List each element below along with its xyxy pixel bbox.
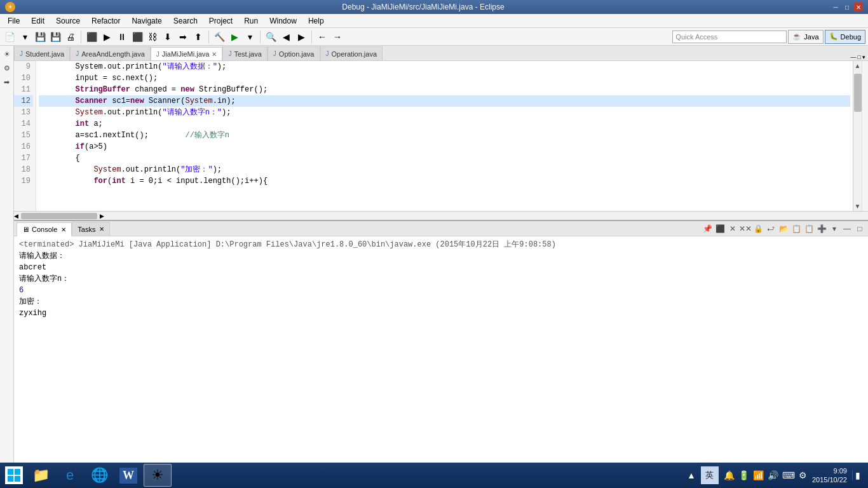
tray-icon-1[interactable]: 🔔 bbox=[724, 470, 735, 480]
close-button[interactable]: ✕ bbox=[854, 3, 863, 11]
show-desktop-btn[interactable]: ▮ bbox=[852, 470, 860, 480]
vertical-scrollbar[interactable]: ▲ ▼ bbox=[853, 61, 862, 211]
editor-maximize-btn[interactable]: □ bbox=[858, 54, 861, 60]
scroll-lock-btn[interactable]: 🔒 bbox=[752, 223, 764, 234]
tray-battery[interactable]: 🔋 bbox=[738, 470, 749, 480]
taskbar-eclipse[interactable]: ☀ bbox=[144, 464, 172, 487]
system-clock[interactable]: 9:09 2015/10/22 bbox=[812, 466, 847, 485]
menu-source[interactable]: Source bbox=[51, 15, 85, 27]
sidebar-icon-3[interactable]: ➡ bbox=[1, 76, 13, 88]
h-scroll-right-btn[interactable]: ▶ bbox=[100, 213, 104, 219]
back-button[interactable]: ← bbox=[315, 30, 329, 44]
start-button[interactable] bbox=[3, 464, 25, 487]
search-button[interactable]: 🔍 bbox=[264, 30, 278, 44]
maximize-button[interactable]: □ bbox=[843, 3, 851, 11]
prev-button[interactable]: ◀ bbox=[279, 30, 293, 44]
minimize-button[interactable]: ─ bbox=[831, 3, 840, 11]
tab-console[interactable]: 🖥 Console ✕ bbox=[17, 222, 72, 236]
new-button[interactable]: 📄 bbox=[3, 30, 17, 44]
line-numbers: 9 10 11 ▶12 13 14 15 16 17 18 19 bbox=[14, 61, 36, 211]
menu-file[interactable]: File bbox=[3, 15, 25, 27]
taskbar-file-explorer[interactable]: 📁 bbox=[27, 464, 55, 487]
tray-extra[interactable]: ⚙ bbox=[799, 470, 807, 480]
remove-all-terminated-btn[interactable]: ✕✕ bbox=[740, 223, 751, 234]
taskbar-word[interactable]: W bbox=[114, 464, 142, 487]
word-wrap-btn[interactable]: ⮐ bbox=[765, 223, 776, 234]
tray-ime-icon[interactable]: ⌨ bbox=[782, 470, 795, 480]
console-dropdown[interactable]: ▾ bbox=[829, 223, 840, 234]
tray-volume[interactable]: 🔊 bbox=[768, 470, 778, 480]
save-button[interactable]: 💾 bbox=[33, 30, 47, 44]
open-file-btn[interactable]: 📂 bbox=[778, 223, 789, 234]
stop-terminate-btn[interactable]: ⬛ bbox=[714, 223, 726, 234]
tray-up-arrow[interactable]: ▲ bbox=[687, 470, 696, 480]
perspective-java[interactable]: ☕ Java bbox=[788, 30, 823, 44]
tab-bar: J Student.java J AreaAndLength.java J Ji… bbox=[14, 46, 868, 61]
pin-console-btn[interactable]: 📌 bbox=[702, 223, 713, 234]
scroll-up-btn[interactable]: ▲ bbox=[855, 62, 861, 69]
separator-3 bbox=[260, 30, 261, 43]
step-return-button[interactable]: ⬆ bbox=[191, 30, 205, 44]
ime-indicator[interactable]: 英 bbox=[701, 466, 719, 484]
save-all-button[interactable]: 💾 bbox=[48, 30, 62, 44]
tab-option[interactable]: J Option.java bbox=[268, 46, 320, 60]
sidebar-icon-2[interactable]: ⚙ bbox=[1, 62, 13, 74]
h-scroll-thumb[interactable] bbox=[21, 213, 97, 219]
editor-minimize-btn[interactable]: — bbox=[851, 54, 857, 60]
disconnect-button[interactable]: ⛓ bbox=[146, 30, 159, 44]
tab-tasks[interactable]: Tasks ✕ bbox=[72, 222, 110, 236]
code-content[interactable]: System.out.println("请输入数据："); input = sc… bbox=[36, 61, 853, 211]
paste-btn[interactable]: 📋 bbox=[803, 223, 815, 234]
console-content[interactable]: <terminated> JiaMiJieMi [Java Applicatio… bbox=[14, 236, 868, 465]
resume-button[interactable]: ▶ bbox=[100, 30, 114, 44]
menu-help[interactable]: Help bbox=[303, 15, 329, 27]
code-editor[interactable]: 9 10 11 ▶12 13 14 15 16 17 18 19 System.… bbox=[14, 61, 868, 211]
view-menu-btn[interactable]: ▾ bbox=[862, 54, 865, 60]
next-button[interactable]: ▶ bbox=[294, 30, 308, 44]
sidebar-icon-1[interactable]: ☀ bbox=[1, 48, 13, 60]
step-over-button[interactable]: ➡ bbox=[176, 30, 190, 44]
quick-access-field[interactable]: Quick Access bbox=[672, 30, 787, 43]
menu-refactor[interactable]: Refactor bbox=[86, 15, 125, 27]
panel-minimize-btn[interactable]: — bbox=[841, 223, 853, 234]
menu-search[interactable]: Search bbox=[168, 15, 203, 27]
scroll-thumb[interactable] bbox=[854, 74, 862, 112]
console-prompt-3: 加密： bbox=[19, 296, 863, 308]
menu-navigate[interactable]: Navigate bbox=[126, 15, 166, 27]
menu-run[interactable]: Run bbox=[239, 15, 263, 27]
new-dropdown[interactable]: ▾ bbox=[18, 30, 32, 44]
tab-close-icon[interactable]: ✕ bbox=[212, 51, 217, 58]
scroll-down-btn[interactable]: ▼ bbox=[855, 203, 861, 210]
print-button[interactable]: 🖨 bbox=[64, 30, 78, 44]
panel-maximize-btn[interactable]: □ bbox=[854, 223, 865, 234]
forward-button[interactable]: → bbox=[330, 30, 344, 44]
terminate-button[interactable]: ⬛ bbox=[130, 30, 144, 44]
bottom-tab-actions: 📌 ⬛ ✕ ✕✕ 🔒 ⮐ 📂 📋 📋 ➕ ▾ — □ bbox=[699, 223, 868, 234]
menu-window[interactable]: Window bbox=[264, 15, 302, 27]
suspend-button[interactable]: ⏸ bbox=[115, 30, 129, 44]
tab-jiamijie[interactable]: J JiaMiJieMi.java ✕ bbox=[151, 47, 223, 61]
tab-operation[interactable]: J Operation.java bbox=[320, 46, 383, 60]
tasks-tab-menu[interactable]: ✕ bbox=[99, 226, 104, 233]
step-into-button[interactable]: ⬇ bbox=[161, 30, 175, 44]
console-tab-menu[interactable]: ✕ bbox=[61, 226, 66, 233]
run-dropdown[interactable]: ▾ bbox=[243, 30, 257, 44]
run-button[interactable]: ▶ bbox=[227, 30, 241, 44]
menu-edit[interactable]: Edit bbox=[26, 15, 50, 27]
tab-student[interactable]: J Student.java bbox=[14, 46, 70, 60]
perspective-debug[interactable]: 🐛 Debug bbox=[825, 30, 865, 44]
taskbar-browser2[interactable]: 🌐 bbox=[85, 464, 113, 487]
menu-project[interactable]: Project bbox=[204, 15, 238, 27]
tab-test[interactable]: J Test.java bbox=[222, 46, 267, 60]
new-console-btn[interactable]: ➕ bbox=[816, 223, 827, 234]
remove-terminated-btn[interactable]: ✕ bbox=[727, 223, 738, 234]
debug-button[interactable]: ⬛ bbox=[85, 30, 98, 44]
copy-output-btn[interactable]: 📋 bbox=[790, 223, 802, 234]
build-button[interactable]: 🔨 bbox=[212, 30, 226, 44]
h-scroll-left-btn[interactable]: ◀ bbox=[14, 213, 18, 219]
java-file-icon-3: J bbox=[156, 51, 159, 58]
tab-areaandlength[interactable]: J AreaAndLength.java bbox=[70, 46, 151, 60]
tray-network[interactable]: 📶 bbox=[753, 470, 764, 480]
horizontal-scrollbar[interactable]: ◀ ▶ bbox=[14, 211, 868, 220]
taskbar-ie[interactable]: e bbox=[56, 464, 84, 487]
